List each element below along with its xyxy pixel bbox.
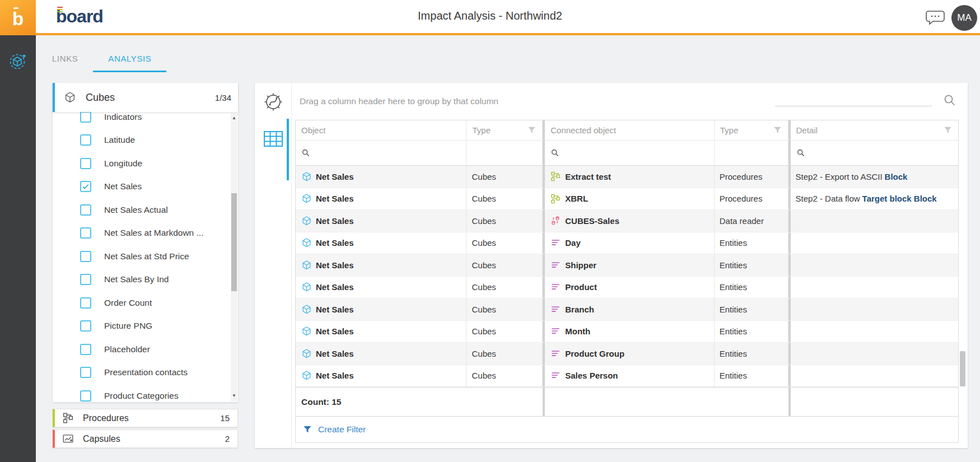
- connected-object-cell[interactable]: Extract test: [545, 166, 714, 188]
- filter-connected-cell[interactable]: [545, 141, 714, 165]
- table-row[interactable]: Net Sales Cubes Product Entities: [296, 277, 958, 299]
- filter-type1-cell[interactable]: [466, 141, 543, 165]
- table-row[interactable]: Net Sales Cubes Extract test Procedures …: [296, 166, 958, 188]
- checkbox[interactable]: [80, 227, 91, 239]
- filter-funnel-icon[interactable]: [943, 125, 953, 135]
- object-cell[interactable]: Net Sales: [296, 277, 466, 298]
- checkbox[interactable]: [80, 112, 91, 123]
- grid-search-input[interactable]: [775, 91, 932, 106]
- object-cell[interactable]: Net Sales: [296, 365, 466, 387]
- checkbox[interactable]: [80, 344, 91, 355]
- filter-detail-cell[interactable]: [791, 141, 958, 165]
- chat-bubble-icon[interactable]: [924, 8, 946, 27]
- filter-funnel-icon[interactable]: [773, 125, 782, 135]
- checkbox[interactable]: [80, 367, 91, 378]
- object-cell[interactable]: Net Sales: [296, 321, 466, 343]
- checkbox[interactable]: [80, 251, 91, 262]
- table-row[interactable]: Net Sales Cubes Product Group Entities: [296, 343, 958, 365]
- checkbox[interactable]: [80, 134, 91, 146]
- table-row[interactable]: Net Sales Cubes Month Entities: [296, 321, 958, 343]
- tab-links[interactable]: LINKS: [37, 48, 93, 72]
- object-cell[interactable]: Net Sales: [296, 210, 466, 232]
- col-header-object[interactable]: Object: [296, 120, 466, 140]
- grid-scrollbar-thumb[interactable]: [960, 351, 965, 386]
- checkbox[interactable]: [80, 274, 91, 285]
- cube-list-item[interactable]: Net Sales: [53, 175, 230, 199]
- table-row[interactable]: Net Sales Cubes CUBES-Sales Data reader: [296, 210, 958, 232]
- detail-cell: [791, 277, 958, 298]
- object-cell[interactable]: Net Sales: [296, 298, 466, 320]
- cube-list-item[interactable]: Net Sales By Ind: [53, 268, 230, 292]
- cube-item-label: Net Sales at Std Price: [104, 251, 189, 262]
- connected-object-cell[interactable]: Day: [545, 232, 714, 254]
- brand-stripe-red: [57, 7, 63, 8]
- table-row[interactable]: Net Sales Cubes Shipper Entities: [296, 254, 958, 277]
- view-toolbar: [255, 83, 292, 448]
- col-header-type2[interactable]: Type: [715, 120, 788, 140]
- checkbox[interactable]: [80, 320, 91, 332]
- cube-list-item[interactable]: Net Sales at Std Price: [53, 245, 230, 268]
- cube-list-item[interactable]: Placeholder: [53, 338, 230, 361]
- cube-list-item[interactable]: Product Categories: [53, 384, 230, 402]
- table-row[interactable]: Net Sales Cubes Sales Person Entities: [296, 365, 958, 388]
- scroll-up-icon[interactable]: ▲: [231, 114, 237, 122]
- connected-object-cell[interactable]: XBRL: [545, 188, 714, 210]
- cube-list-item[interactable]: Net Sales Actual: [53, 198, 230, 222]
- capsules-section[interactable]: Capsules 2: [53, 430, 238, 448]
- connected-object-cell[interactable]: Shipper: [545, 254, 714, 276]
- connected-object-cell[interactable]: Branch: [545, 298, 714, 320]
- object-cell[interactable]: Net Sales: [296, 166, 466, 188]
- cube-list-item[interactable]: Latitude: [53, 129, 230, 152]
- tab-analysis[interactable]: ANALYSIS: [93, 48, 166, 72]
- entity-icon: [550, 304, 561, 315]
- entity-icon: [550, 282, 561, 293]
- checkbox-checked[interactable]: [80, 181, 91, 192]
- filter-object-cell[interactable]: [296, 141, 466, 165]
- cube-list-item[interactable]: Picture PNG: [53, 315, 230, 338]
- impact-analysis-icon[interactable]: [7, 50, 29, 72]
- checkbox[interactable]: [80, 158, 91, 169]
- create-filter-button[interactable]: Create Filter: [296, 416, 958, 442]
- connected-object-cell[interactable]: Sales Person: [545, 365, 714, 387]
- count-spacer: [467, 388, 543, 416]
- cube-list-item[interactable]: Indicators: [53, 112, 230, 129]
- scroll-down-icon[interactable]: ▼: [231, 392, 237, 400]
- entity-icon: [550, 259, 561, 270]
- procedures-section[interactable]: Procedures 15: [53, 409, 238, 427]
- detail-cell: [791, 298, 958, 320]
- cube-list-item[interactable]: Net Sales at Markdown ...: [53, 222, 230, 245]
- procedures-count: 15: [220, 413, 230, 423]
- scrollbar-thumb[interactable]: [231, 193, 237, 291]
- connected-object-cell[interactable]: Month: [545, 321, 714, 343]
- filter-funnel-icon[interactable]: [527, 125, 536, 135]
- table-row[interactable]: Net Sales Cubes XBRL Procedures Step2 - …: [296, 188, 958, 211]
- object-cell[interactable]: Net Sales: [296, 254, 466, 276]
- table-row[interactable]: Net Sales Cubes Branch Entities: [296, 298, 958, 321]
- col-header-connected[interactable]: Connected object: [545, 120, 714, 140]
- object-cell[interactable]: Net Sales: [296, 232, 466, 254]
- checkbox[interactable]: [80, 297, 91, 309]
- col-header-detail[interactable]: Detail: [791, 120, 958, 140]
- graph-view-icon[interactable]: [262, 91, 284, 113]
- checkbox[interactable]: [80, 390, 91, 402]
- search-icon[interactable]: [942, 93, 957, 108]
- col-header-type1[interactable]: Type: [466, 120, 543, 140]
- cube-list-item[interactable]: Longitude: [53, 152, 230, 175]
- user-avatar[interactable]: MA: [951, 5, 977, 31]
- checkbox[interactable]: [80, 204, 91, 216]
- object-type-cell: Cubes: [466, 277, 543, 298]
- connected-object-cell[interactable]: CUBES-Sales: [545, 210, 714, 232]
- cube-list-scrollbar[interactable]: ▲ ▼: [231, 113, 237, 401]
- cube-list-item[interactable]: Presentation contacts: [53, 361, 230, 385]
- object-cell[interactable]: Net Sales: [296, 343, 466, 365]
- cube-list-item[interactable]: Order Count: [53, 291, 230, 315]
- connected-object-cell[interactable]: Product: [545, 277, 714, 298]
- grid-search-box[interactable]: [775, 91, 932, 106]
- filter-type2-cell[interactable]: [715, 141, 788, 165]
- connected-object-cell[interactable]: Product Group: [545, 343, 714, 365]
- cubes-panel-count: 1/34: [215, 93, 231, 102]
- grid-view-icon[interactable]: [263, 130, 283, 148]
- cubes-panel-header[interactable]: Cubes 1/34: [53, 83, 238, 112]
- object-cell[interactable]: Net Sales: [296, 188, 466, 210]
- table-row[interactable]: Net Sales Cubes Day Entities: [296, 232, 958, 255]
